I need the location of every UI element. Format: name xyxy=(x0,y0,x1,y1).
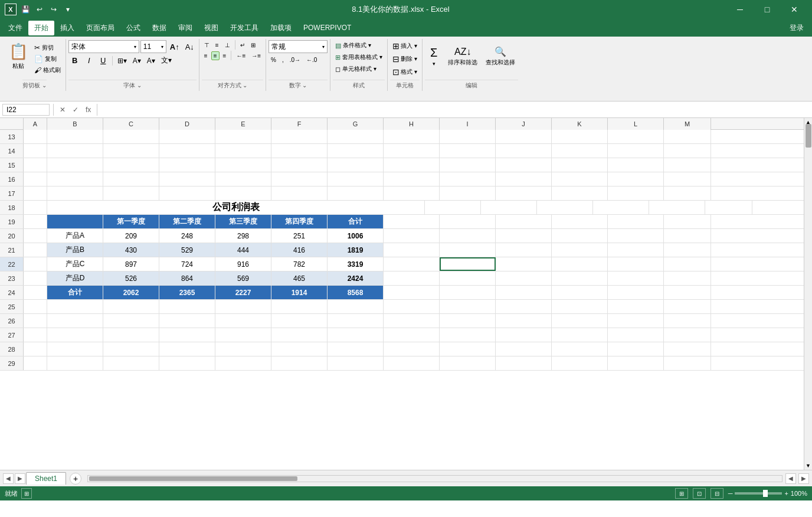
menu-powerpivot[interactable]: POWERPIVOT xyxy=(297,21,357,34)
insert-function-button[interactable]: fx xyxy=(83,106,93,114)
col-header-c[interactable]: C xyxy=(103,118,159,130)
fill-color-button[interactable]: A▾ xyxy=(130,55,143,66)
col-header-j[interactable]: J xyxy=(496,118,552,130)
cell-i13[interactable] xyxy=(440,130,496,143)
total-q1[interactable]: 2062 xyxy=(103,286,159,299)
header-q3[interactable]: 第三季度 xyxy=(215,215,271,228)
align-bottom-button[interactable]: ⊥ xyxy=(222,41,233,50)
cell-d13[interactable] xyxy=(159,130,215,143)
delete-cells-button[interactable]: ⊟ 删除 ▾ xyxy=(390,53,420,65)
find-select-button[interactable]: 🔍 查找和选择 xyxy=(483,40,518,73)
product-a-q3[interactable]: 298 xyxy=(215,229,271,243)
product-b-q3[interactable]: 444 xyxy=(215,243,271,257)
cell-reference-box[interactable]: I22 xyxy=(2,104,50,116)
product-a-total[interactable]: 1006 xyxy=(328,229,384,243)
total-q3[interactable]: 2227 xyxy=(215,286,271,299)
col-header-h[interactable]: H xyxy=(384,118,440,130)
cell-b13[interactable] xyxy=(47,130,103,143)
header-q2[interactable]: 第二季度 xyxy=(159,215,215,228)
header-total[interactable]: 合计 xyxy=(328,215,384,228)
h-scroll-thumb[interactable] xyxy=(89,476,297,481)
insert-cells-button[interactable]: ⊞ 插入 ▾ xyxy=(390,40,420,52)
paste-button[interactable]: 📋 粘贴 xyxy=(6,40,31,73)
bold-button[interactable]: B xyxy=(68,55,81,66)
product-d-total[interactable]: 2424 xyxy=(328,271,384,285)
increase-font-button[interactable]: A↑ xyxy=(168,41,182,53)
product-a-name[interactable]: 产品A xyxy=(47,229,103,243)
formula-input[interactable] xyxy=(101,104,810,116)
close-button[interactable]: ✕ xyxy=(781,0,807,19)
menu-developer[interactable]: 开发工具 xyxy=(224,21,264,35)
cell-m13[interactable] xyxy=(664,130,711,143)
add-sheet-button[interactable]: + xyxy=(70,473,81,485)
wrap-text-button[interactable]: 文▾ xyxy=(159,54,174,67)
normal-view-button[interactable]: ⊞ xyxy=(675,488,688,499)
thousands-button[interactable]: , xyxy=(280,55,286,64)
col-header-b[interactable]: B xyxy=(47,118,103,130)
product-c-q3[interactable]: 916 xyxy=(215,257,271,271)
macro-button[interactable]: ⊞ xyxy=(21,488,32,499)
total-q2[interactable]: 2365 xyxy=(159,286,215,299)
minimize-button[interactable]: ─ xyxy=(727,0,753,19)
total-total[interactable]: 8568 xyxy=(328,286,384,299)
table-title-cell[interactable]: 公司利润表 xyxy=(47,201,425,214)
align-right-button[interactable]: ≡ xyxy=(221,51,229,60)
scroll-thumb[interactable] xyxy=(806,124,811,148)
number-format-selector[interactable]: 常规 ▾ xyxy=(269,40,328,53)
font-color-button[interactable]: A▾ xyxy=(145,55,158,66)
sum-button[interactable]: Σ ▾ xyxy=(425,40,443,73)
col-header-e[interactable]: E xyxy=(215,118,271,130)
zoom-slider[interactable] xyxy=(735,492,782,495)
page-layout-view-button[interactable]: ⊡ xyxy=(693,488,706,499)
cell-e13[interactable] xyxy=(215,130,271,143)
wrap-button[interactable]: ↵ xyxy=(238,41,247,50)
zoom-decrease-button[interactable]: ─ xyxy=(728,490,733,497)
percent-button[interactable]: % xyxy=(269,55,279,64)
menu-insert[interactable]: 插入 xyxy=(54,21,80,35)
total-q4[interactable]: 1914 xyxy=(271,286,328,299)
align-center-button[interactable]: ≡ xyxy=(211,51,220,60)
font-size-selector[interactable]: 11 ▾ xyxy=(140,40,166,53)
cell-f13[interactable] xyxy=(271,130,328,143)
save-icon[interactable]: 💾 xyxy=(19,3,32,16)
horizontal-scrollbar[interactable] xyxy=(87,475,782,482)
product-d-q4[interactable]: 465 xyxy=(271,271,328,285)
table-style-button[interactable]: ⊞ 套用表格格式 ▾ xyxy=(333,52,385,63)
col-header-i[interactable]: I xyxy=(440,118,496,130)
product-d-q3[interactable]: 569 xyxy=(215,271,271,285)
align-left-button[interactable]: ≡ xyxy=(202,51,210,60)
product-c-q2[interactable]: 724 xyxy=(159,257,215,271)
col-header-a[interactable]: A xyxy=(24,118,47,130)
menu-review[interactable]: 审阅 xyxy=(172,21,198,35)
italic-button[interactable]: I xyxy=(83,55,96,66)
scroll-right-button[interactable]: ▶ xyxy=(798,473,809,484)
customize-icon[interactable]: ▾ xyxy=(61,3,74,16)
increase-decimal-button[interactable]: .0→ xyxy=(287,55,303,64)
header-q1[interactable]: 第一季度 xyxy=(103,215,159,228)
copy-button[interactable]: 📄 复制 xyxy=(32,54,63,64)
menu-addins[interactable]: 加载项 xyxy=(264,21,297,35)
cell-a13[interactable] xyxy=(24,130,47,143)
cell-g13[interactable] xyxy=(328,130,384,143)
font-name-selector[interactable]: 宋体 ▾ xyxy=(68,40,139,53)
decrease-decimal-button[interactable]: ←.0 xyxy=(304,55,319,64)
product-a-q2[interactable]: 248 xyxy=(159,229,215,243)
format-painter-button[interactable]: 🖌 格式刷 xyxy=(32,65,63,76)
redo-icon[interactable]: ↪ xyxy=(47,3,60,16)
col-header-l[interactable]: L xyxy=(608,118,664,130)
product-d-q2[interactable]: 864 xyxy=(159,271,215,285)
zoom-increase-button[interactable]: + xyxy=(784,490,788,497)
product-a-q1[interactable]: 209 xyxy=(103,229,159,243)
product-d-q1[interactable]: 526 xyxy=(103,271,159,285)
cell-a14[interactable] xyxy=(24,144,47,158)
cell-c13[interactable] xyxy=(103,130,159,143)
sheet-tab-sheet1[interactable]: Sheet1 xyxy=(26,472,66,485)
col-header-f[interactable]: F xyxy=(271,118,328,130)
menu-page-layout[interactable]: 页面布局 xyxy=(80,21,120,35)
merge-button[interactable]: ⊞ xyxy=(248,41,258,50)
product-c-name[interactable]: 产品C xyxy=(47,257,103,271)
product-c-q1[interactable]: 897 xyxy=(103,257,159,271)
menu-home[interactable]: 开始 xyxy=(28,21,54,35)
conditional-format-button[interactable]: ▤ 条件格式 ▾ xyxy=(333,40,374,51)
align-top-button[interactable]: ⊤ xyxy=(202,41,212,50)
